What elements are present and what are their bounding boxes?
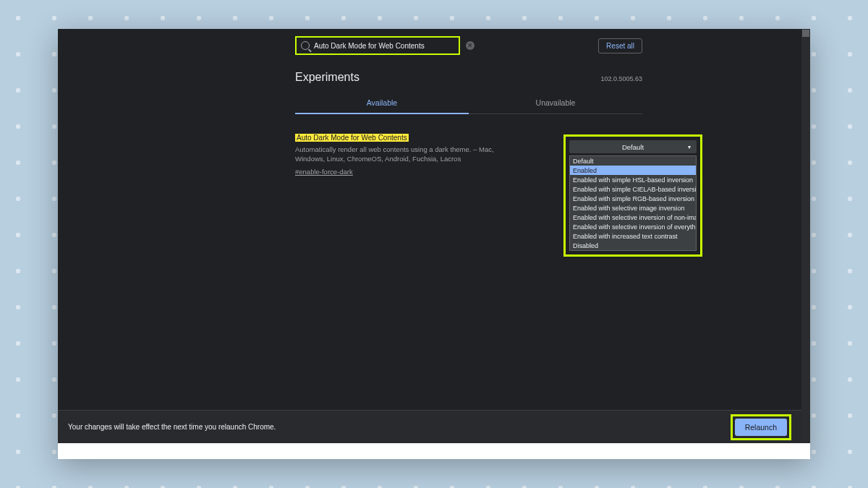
title-row: Experiments 102.0.5005.63 bbox=[295, 71, 642, 84]
relaunch-button[interactable]: Relaunch bbox=[735, 419, 787, 436]
flag-anchor-link[interactable]: #enable-force-dark bbox=[295, 168, 353, 176]
flag-options-list: DefaultEnabledEnabled with simple HSL-ba… bbox=[569, 155, 697, 251]
app-window: ✕ Reset all Experiments 102.0.5005.63 Av… bbox=[58, 29, 810, 459]
flag-option[interactable]: Enabled with increased text contrast bbox=[570, 231, 696, 241]
search-input[interactable] bbox=[314, 42, 454, 50]
flag-option[interactable]: Enabled with selective image inversion bbox=[570, 203, 696, 213]
flag-option[interactable]: Default bbox=[570, 156, 696, 166]
search-icon bbox=[301, 41, 310, 50]
tab-available[interactable]: Available bbox=[295, 94, 469, 114]
flag-select[interactable]: Default ▾ bbox=[569, 140, 697, 153]
clear-search-icon[interactable]: ✕ bbox=[466, 41, 475, 50]
flag-option[interactable]: Enabled with simple HSL-based inversion bbox=[570, 175, 696, 184]
reset-all-button[interactable]: Reset all bbox=[598, 38, 642, 53]
flag-description: Automatically render all web contents us… bbox=[295, 145, 505, 164]
flag-option[interactable]: Enabled bbox=[570, 166, 696, 175]
tab-unavailable[interactable]: Unavailable bbox=[469, 94, 642, 114]
flag-option[interactable]: Enabled with simple CIELAB-based inversi… bbox=[570, 184, 696, 194]
flag-option[interactable]: Enabled with simple RGB-based inversion bbox=[570, 194, 696, 203]
flag-option[interactable]: Enabled with selective inversion of non-… bbox=[570, 213, 696, 222]
footer-bar: Your changes will take effect the next t… bbox=[58, 410, 801, 443]
page-title: Experiments bbox=[295, 71, 359, 84]
scrollbar-track[interactable] bbox=[801, 29, 810, 459]
chevron-down-icon: ▾ bbox=[688, 144, 691, 150]
relaunch-highlight: Relaunch bbox=[731, 414, 791, 440]
tabs: Available Unavailable bbox=[295, 94, 642, 114]
scrollbar-thumb[interactable] bbox=[802, 30, 809, 37]
flag-select-value: Default bbox=[622, 143, 644, 151]
flag-option[interactable]: Disabled bbox=[570, 241, 696, 250]
footer-message: Your changes will take effect the next t… bbox=[68, 423, 276, 431]
search-box[interactable] bbox=[295, 36, 460, 55]
flag-option[interactable]: Enabled with selective inversion of ever… bbox=[570, 222, 696, 231]
version-label: 102.0.5005.63 bbox=[600, 75, 642, 82]
bottom-strip bbox=[58, 443, 810, 459]
top-row: ✕ Reset all bbox=[295, 29, 642, 55]
flag-dropdown: Default ▾ DefaultEnabledEnabled with sim… bbox=[563, 134, 702, 257]
flag-title: Auto Dark Mode for Web Contents bbox=[295, 134, 409, 142]
